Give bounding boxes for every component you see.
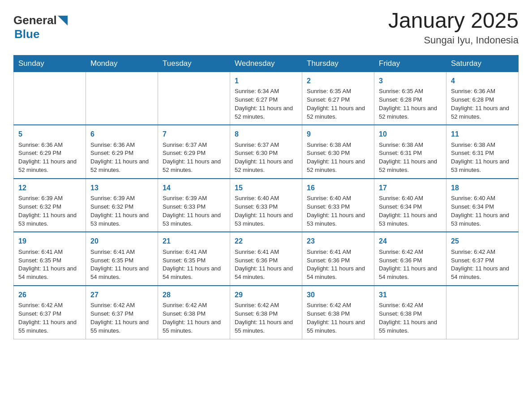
day-info: Sunset: 6:38 PM bbox=[307, 310, 369, 318]
day-info: Daylight: 11 hours and 52 minutes. bbox=[307, 158, 369, 175]
day-info: Daylight: 11 hours and 52 minutes. bbox=[235, 104, 297, 121]
day-info: Daylight: 11 hours and 55 minutes. bbox=[307, 318, 369, 335]
day-cell: 30Sunrise: 6:42 AMSunset: 6:38 PMDayligh… bbox=[302, 286, 374, 339]
day-info: Sunrise: 6:41 AM bbox=[307, 248, 369, 257]
col-header-friday: Friday bbox=[374, 55, 446, 72]
day-number: 19 bbox=[18, 236, 81, 246]
day-info: Daylight: 11 hours and 53 minutes. bbox=[235, 211, 297, 228]
day-info: Sunrise: 6:39 AM bbox=[18, 194, 81, 203]
day-info: Sunrise: 6:35 AM bbox=[379, 87, 442, 96]
week-row-5: 26Sunrise: 6:42 AMSunset: 6:37 PMDayligh… bbox=[14, 286, 519, 339]
day-cell: 19Sunrise: 6:41 AMSunset: 6:35 PMDayligh… bbox=[14, 232, 86, 286]
day-number: 11 bbox=[451, 129, 514, 139]
day-info: Daylight: 11 hours and 54 minutes. bbox=[90, 265, 153, 282]
week-row-2: 5Sunrise: 6:36 AMSunset: 6:29 PMDaylight… bbox=[14, 125, 519, 179]
day-info: Sunset: 6:33 PM bbox=[307, 203, 369, 211]
day-number: 30 bbox=[307, 290, 369, 300]
day-info: Sunset: 6:33 PM bbox=[163, 203, 225, 211]
day-info: Sunrise: 6:42 AM bbox=[90, 301, 153, 310]
location-title: Sungai Iyu, Indonesia bbox=[388, 34, 519, 46]
day-info: Daylight: 11 hours and 53 minutes. bbox=[18, 211, 81, 228]
day-info: Daylight: 11 hours and 55 minutes. bbox=[379, 318, 442, 335]
day-info: Daylight: 11 hours and 55 minutes. bbox=[163, 318, 225, 335]
col-header-monday: Monday bbox=[86, 55, 158, 72]
day-number: 28 bbox=[163, 290, 225, 300]
col-header-saturday: Saturday bbox=[446, 55, 519, 72]
day-cell: 12Sunrise: 6:39 AMSunset: 6:32 PMDayligh… bbox=[14, 179, 86, 232]
day-cell: 15Sunrise: 6:40 AMSunset: 6:33 PMDayligh… bbox=[230, 179, 302, 232]
day-number: 15 bbox=[235, 183, 297, 193]
day-cell: 3Sunrise: 6:35 AMSunset: 6:28 PMDaylight… bbox=[374, 72, 446, 125]
day-cell: 29Sunrise: 6:42 AMSunset: 6:38 PMDayligh… bbox=[230, 286, 302, 339]
day-info: Sunset: 6:35 PM bbox=[163, 257, 225, 265]
day-cell: 24Sunrise: 6:42 AMSunset: 6:36 PMDayligh… bbox=[374, 232, 446, 286]
day-cell: 4Sunrise: 6:36 AMSunset: 6:28 PMDaylight… bbox=[446, 72, 519, 125]
day-info: Sunrise: 6:38 AM bbox=[451, 141, 514, 150]
day-number: 26 bbox=[18, 290, 81, 300]
week-row-3: 12Sunrise: 6:39 AMSunset: 6:32 PMDayligh… bbox=[14, 179, 519, 232]
day-cell: 5Sunrise: 6:36 AMSunset: 6:29 PMDaylight… bbox=[14, 125, 86, 179]
day-cell: 22Sunrise: 6:41 AMSunset: 6:36 PMDayligh… bbox=[230, 232, 302, 286]
day-info: Sunrise: 6:34 AM bbox=[235, 87, 297, 96]
day-info: Sunrise: 6:42 AM bbox=[307, 301, 369, 310]
day-info: Sunset: 6:38 PM bbox=[235, 310, 297, 318]
day-info: Sunset: 6:32 PM bbox=[18, 203, 81, 211]
day-number: 8 bbox=[235, 129, 297, 139]
day-info: Daylight: 11 hours and 54 minutes. bbox=[18, 265, 81, 282]
day-cell: 9Sunrise: 6:38 AMSunset: 6:30 PMDaylight… bbox=[302, 125, 374, 179]
day-info: Daylight: 11 hours and 52 minutes. bbox=[18, 158, 81, 175]
day-cell: 25Sunrise: 6:42 AMSunset: 6:37 PMDayligh… bbox=[446, 232, 519, 286]
day-info: Daylight: 11 hours and 54 minutes. bbox=[379, 265, 442, 282]
day-cell: 10Sunrise: 6:38 AMSunset: 6:31 PMDayligh… bbox=[374, 125, 446, 179]
day-info: Daylight: 11 hours and 53 minutes. bbox=[451, 158, 514, 175]
day-number: 27 bbox=[90, 290, 153, 300]
day-cell: 14Sunrise: 6:39 AMSunset: 6:33 PMDayligh… bbox=[158, 179, 230, 232]
day-cell: 6Sunrise: 6:36 AMSunset: 6:29 PMDaylight… bbox=[86, 125, 158, 179]
day-info: Daylight: 11 hours and 54 minutes. bbox=[235, 265, 297, 282]
day-info: Daylight: 11 hours and 54 minutes. bbox=[307, 265, 369, 282]
header-row: SundayMondayTuesdayWednesdayThursdayFrid… bbox=[14, 55, 519, 72]
col-header-tuesday: Tuesday bbox=[158, 55, 230, 72]
week-row-1: 1Sunrise: 6:34 AMSunset: 6:27 PMDaylight… bbox=[14, 72, 519, 125]
day-cell: 23Sunrise: 6:41 AMSunset: 6:36 PMDayligh… bbox=[302, 232, 374, 286]
day-info: Daylight: 11 hours and 53 minutes. bbox=[307, 211, 369, 228]
day-info: Sunrise: 6:41 AM bbox=[18, 248, 81, 257]
day-info: Sunrise: 6:41 AM bbox=[90, 248, 153, 257]
day-cell: 11Sunrise: 6:38 AMSunset: 6:31 PMDayligh… bbox=[446, 125, 519, 179]
day-info: Sunrise: 6:39 AM bbox=[163, 194, 225, 203]
day-info: Daylight: 11 hours and 54 minutes. bbox=[163, 265, 225, 282]
day-info: Sunset: 6:28 PM bbox=[379, 96, 442, 104]
day-number: 23 bbox=[307, 236, 369, 246]
day-info: Sunset: 6:28 PM bbox=[451, 96, 514, 104]
day-cell: 8Sunrise: 6:37 AMSunset: 6:30 PMDaylight… bbox=[230, 125, 302, 179]
day-info: Sunset: 6:29 PM bbox=[163, 149, 225, 158]
day-number: 22 bbox=[235, 236, 297, 246]
day-number: 9 bbox=[307, 129, 369, 139]
day-info: Sunrise: 6:38 AM bbox=[379, 141, 442, 150]
day-info: Daylight: 11 hours and 52 minutes. bbox=[90, 158, 153, 175]
day-number: 18 bbox=[451, 183, 514, 193]
day-info: Sunrise: 6:40 AM bbox=[379, 194, 442, 203]
day-info: Daylight: 11 hours and 53 minutes. bbox=[451, 211, 514, 228]
day-number: 20 bbox=[90, 236, 153, 246]
day-info: Sunset: 6:29 PM bbox=[18, 149, 81, 158]
col-header-wednesday: Wednesday bbox=[230, 55, 302, 72]
day-number: 2 bbox=[307, 76, 369, 86]
month-title: January 2025 bbox=[388, 9, 519, 33]
day-number: 6 bbox=[90, 129, 153, 139]
day-number: 31 bbox=[379, 290, 442, 300]
day-cell bbox=[14, 72, 86, 125]
day-number: 16 bbox=[307, 183, 369, 193]
day-number: 29 bbox=[235, 290, 297, 300]
day-info: Daylight: 11 hours and 55 minutes. bbox=[90, 318, 153, 335]
day-number: 3 bbox=[379, 76, 442, 86]
day-info: Sunrise: 6:41 AM bbox=[163, 248, 225, 257]
day-info: Sunset: 6:37 PM bbox=[90, 310, 153, 318]
day-info: Daylight: 11 hours and 52 minutes. bbox=[163, 158, 225, 175]
day-info: Sunset: 6:37 PM bbox=[451, 257, 514, 265]
day-info: Sunrise: 6:40 AM bbox=[307, 194, 369, 203]
day-number: 17 bbox=[379, 183, 442, 193]
page-header: General Blue January 2025 Sungai Iyu, In… bbox=[13, 9, 519, 46]
day-number: 12 bbox=[18, 183, 81, 193]
day-info: Sunrise: 6:42 AM bbox=[451, 248, 514, 257]
